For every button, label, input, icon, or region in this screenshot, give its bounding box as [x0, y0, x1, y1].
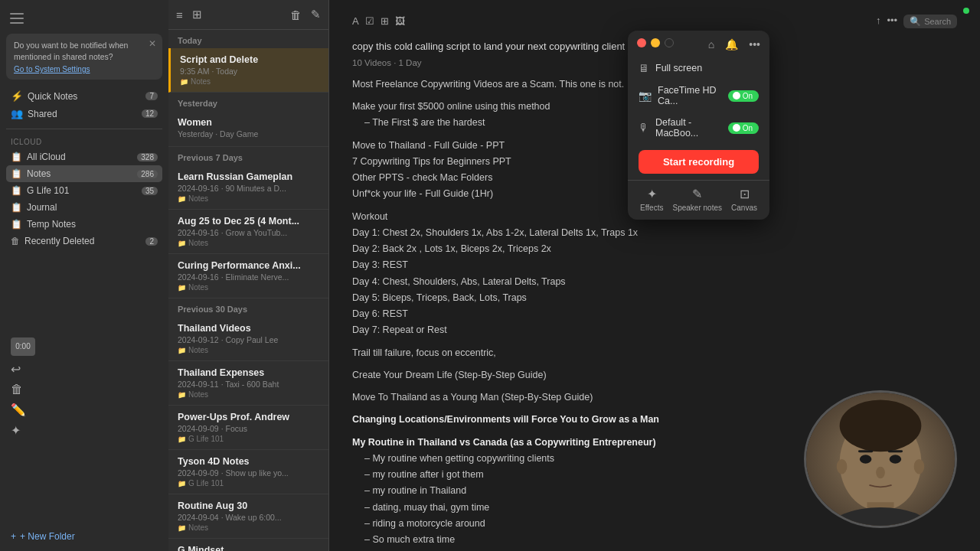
note-meta: 2024-09-16 · 90 Minutes a D...: [178, 184, 319, 193]
search-bar[interactable]: 🔍 Search: [903, 15, 957, 28]
image-icon[interactable]: 🖼: [395, 15, 405, 27]
undo-icon[interactable]: ↩: [11, 362, 158, 377]
note-line-13: Day 5: Biceps, Triceps, Back, Lots, Trap…: [352, 290, 957, 306]
prev30-section-header: Previous 30 Days: [168, 298, 328, 317]
table-icon[interactable]: ⊞: [381, 15, 389, 27]
note-g-mindset[interactable]: G Mindset 2024-08-27 · IG 📁 Notes: [168, 539, 328, 551]
sidebar-item-g-life[interactable]: 📋 G Life 101 35: [6, 182, 162, 199]
panel-fullscreen-row[interactable]: 🖥 Full screen: [628, 57, 769, 80]
note-folder: 📁 G Life 101: [178, 479, 319, 487]
sidebar-item-notes[interactable]: 📋 Notes 286: [6, 165, 162, 182]
trash-icon: 🗑: [11, 236, 20, 246]
sidebar-item-shared[interactable]: 👥 Shared 12: [6, 105, 162, 122]
notes-list: ≡ ⊞ 🗑 ✎ Today Script and Delete 9:35 AM …: [168, 0, 329, 551]
note-line-11: Day 3: REST: [352, 257, 957, 273]
sidebar-item-recently-deleted[interactable]: 🗑 Recently Deleted 2: [6, 233, 162, 249]
notification-close-icon[interactable]: ✕: [149, 38, 156, 49]
search-icon: 🔍: [910, 16, 921, 27]
checklist-icon[interactable]: ☑: [365, 15, 374, 27]
note-script-delete[interactable]: Script and Delete 9:35 AM · Today 📁 Note…: [168, 48, 328, 93]
notes-toolbar: ≡ ⊞ 🗑 ✎: [168, 0, 328, 30]
effects-icon: ✦: [647, 187, 657, 201]
facetime-toggle[interactable]: On: [728, 90, 759, 102]
grid-view-icon[interactable]: ⊞: [192, 8, 202, 21]
note-thailand-videos[interactable]: Thailand Videos 2024-09-12 · Copy Paul L…: [168, 317, 328, 361]
note-thailand-expenses[interactable]: Thailand Expenses 2024-09-11 · Taxi - 60…: [168, 361, 328, 406]
panel-facetime-row[interactable]: 📷 FaceTime HD Ca... On: [628, 80, 769, 112]
note-aug-dec[interactable]: Aug 25 to Dec 25 (4 Mont... 2024-09-16 ·…: [168, 210, 328, 254]
g-life-badge: 35: [142, 187, 158, 195]
yesterday-section-header: Yesterday: [168, 93, 328, 111]
note-meta: 2024-09-12 · Copy Paul Lee: [178, 335, 319, 344]
start-recording-button[interactable]: Start recording: [639, 150, 759, 174]
folder-icon: 📁: [178, 195, 186, 203]
effects-label: Effects: [640, 204, 663, 212]
panel-more-icon[interactable]: •••: [749, 38, 760, 51]
note-folder: 📁 Notes: [180, 77, 319, 86]
icloud-section: iCloud 📋 All iCloud 328 📋 Notes 286 📋 G …: [0, 132, 168, 253]
panel-home-icon[interactable]: ⌂: [708, 38, 714, 51]
note-tyson[interactable]: Tyson 4D Notes 2024-09-09 · Show up like…: [168, 450, 328, 494]
delete-icon[interactable]: 🗑: [11, 383, 158, 396]
notes-trash-icon[interactable]: 🗑: [290, 8, 302, 21]
folder-icon: 📁: [178, 435, 186, 443]
svg-rect-10: [888, 450, 903, 452]
list-view-icon[interactable]: ≡: [176, 8, 183, 21]
panel-mic-row[interactable]: 🎙 Default - MacBoo... On: [628, 112, 769, 144]
panel-footer: ✦ Effects ✎ Speaker notes ⊡ Canvas: [628, 180, 769, 212]
note-meta: 2024-09-09 · Show up like yo...: [178, 468, 319, 478]
svg-rect-0: [10, 13, 24, 15]
shared-label: Shared: [28, 109, 57, 119]
canvas-button[interactable]: ⊡ Canvas: [731, 187, 757, 212]
temp-notes-icon: 📋: [11, 219, 22, 230]
note-meta: 9:35 AM · Today: [180, 67, 319, 76]
note-toolbar: A ☑ ⊞ 🖼 ↑ ••• 🔍 Search: [352, 15, 957, 27]
magic-icon[interactable]: ✦: [11, 423, 158, 438]
all-icloud-badge: 328: [137, 153, 158, 161]
note-power-ups[interactable]: Power-Ups Prof. Andrew 2024-09-09 · Focu…: [168, 406, 328, 450]
minimize-button[interactable]: [651, 38, 660, 47]
sidebar-counter-row: 0:00: [11, 337, 158, 356]
note-learn-russian[interactable]: Learn Russian Gameplan 2024-09-16 · 90 M…: [168, 165, 328, 210]
monitor-icon: 🖥: [639, 62, 649, 74]
note-meta: 2024-09-04 · Wake up 6:00...: [178, 513, 319, 522]
g-life-label: G Life 101: [27, 185, 69, 196]
notes-edit-icon[interactable]: ✎: [311, 8, 321, 21]
pencil-icon[interactable]: ✏️: [11, 403, 158, 417]
sidebar-item-quick-notes[interactable]: ⚡ Quick Notes 7: [6, 87, 162, 105]
close-button[interactable]: [637, 38, 646, 47]
notification-link[interactable]: Go to System Settings: [14, 65, 155, 73]
sidebar-item-temp-notes[interactable]: 📋 Temp Notes: [6, 216, 162, 233]
note-line-26: – So much extra time: [352, 532, 957, 548]
svg-point-12: [837, 459, 848, 474]
more-icon[interactable]: •••: [887, 15, 897, 28]
panel-bell-icon[interactable]: 🔔: [725, 38, 738, 51]
note-curing-performance[interactable]: Curing Performance Anxi... 2024-09-16 · …: [168, 254, 328, 298]
note-line-14: Day 6: REST: [352, 306, 957, 322]
mic-toggle-label: On: [743, 124, 753, 132]
note-folder: 📁 Notes: [178, 523, 319, 532]
quick-notes-label: Quick Notes: [28, 91, 77, 102]
note-women[interactable]: Women Yesterday · Day Game: [168, 111, 328, 147]
note-folder: 📁 Notes: [178, 283, 319, 292]
note-folder: 📁 G Life 101: [178, 435, 319, 443]
note-title: Aug 25 to Dec 25 (4 Mont...: [178, 216, 319, 227]
svg-point-11: [876, 467, 885, 479]
new-folder-button[interactable]: + + New Folder: [6, 528, 80, 545]
webcam-preview: [804, 390, 957, 528]
mic-toggle[interactable]: On: [728, 122, 759, 134]
format-icon[interactable]: A: [352, 15, 359, 27]
all-icloud-label: All iCloud: [27, 152, 66, 162]
camera-icon: 📷: [639, 90, 652, 102]
share-icon[interactable]: ↑: [876, 15, 881, 28]
note-routine[interactable]: Routine Aug 30 2024-09-04 · Wake up 6:00…: [168, 494, 328, 539]
speaker-notes-button[interactable]: ✎ Speaker notes: [672, 187, 722, 212]
sidebar-toggle-icon[interactable]: [6, 8, 28, 29]
svg-point-13: [914, 459, 925, 474]
effects-button[interactable]: ✦ Effects: [640, 187, 663, 212]
sidebar-item-journal[interactable]: 📋 Journal: [6, 199, 162, 216]
note-folder: 📁 Notes: [178, 346, 319, 354]
sidebar-action-icons: 0:00 ↩ 🗑 ✏️ ✦: [0, 333, 168, 442]
sidebar-item-all-icloud[interactable]: 📋 All iCloud 328: [6, 148, 162, 165]
maximize-button[interactable]: [665, 38, 674, 47]
